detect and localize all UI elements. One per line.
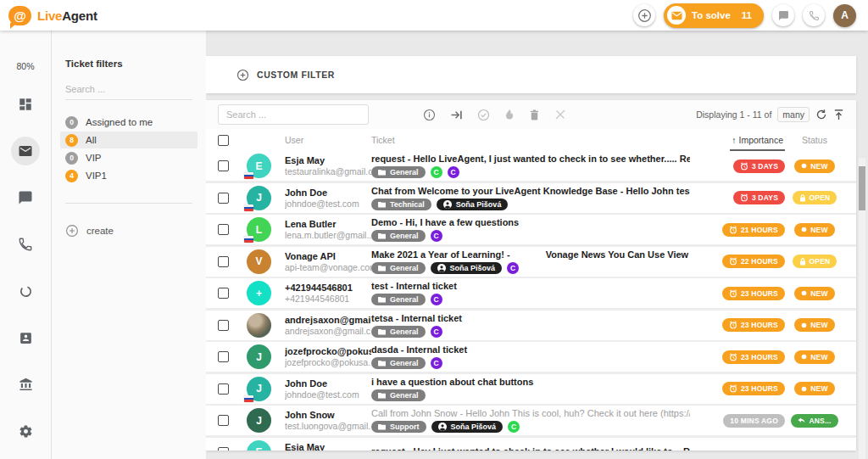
filter-item-assigned-to-me[interactable]: 0 Assigned to me: [60, 114, 198, 131]
alarm-clock-icon: [729, 289, 737, 298]
sidebar-item-settings[interactable]: [11, 417, 40, 445]
ticket-subject[interactable]: i have a question about chat buttons: [371, 377, 690, 387]
delete-icon[interactable]: [529, 109, 540, 121]
ticket-row[interactable]: E Esja May testauralinka@gmail.c... requ…: [206, 151, 856, 181]
new-dot-icon: [801, 354, 807, 360]
alarm-clock-icon: [729, 384, 737, 393]
user-email: api-team@vonage.com: [285, 262, 371, 272]
ticket-subject[interactable]: Demo - Hi, I have a few questions: [371, 217, 690, 227]
chats-button[interactable]: [772, 4, 794, 26]
ticket-row[interactable]: J jozefprocko@pokusa.... jozefprocko@pok…: [206, 342, 856, 372]
scrollbar-track[interactable]: [859, 158, 865, 459]
importance-badge: 3 DAYS: [733, 160, 785, 173]
filter-label: VIP: [86, 153, 102, 163]
folder-icon: [378, 296, 386, 303]
department-tag: General: [371, 262, 426, 274]
row-checkbox[interactable]: [218, 383, 229, 395]
c-tag: C: [431, 326, 442, 338]
filter-count-badge: 8: [65, 134, 78, 147]
info-icon[interactable]: [423, 109, 436, 121]
agent-tag: Soňa Pišová: [431, 262, 503, 274]
ticket-row[interactable]: E Esja May testauralinka@gmail.c... requ…: [206, 438, 856, 451]
ticket-row[interactable]: J John Doe johndoe@test.com Chat from We…: [206, 183, 856, 213]
ticket-subject[interactable]: dasda - Internal ticket: [371, 344, 690, 355]
alarm-clock-icon: [729, 353, 737, 361]
filter-list: 0 Assigned to me 8 All 0 VIP 4 VIP1: [65, 114, 192, 184]
ticket-rows: E Esja May testauralinka@gmail.c... requ…: [206, 151, 856, 451]
department-tag: General: [371, 389, 426, 401]
row-checkbox[interactable]: [218, 193, 229, 204]
sidebar-item-contacts[interactable]: [11, 323, 40, 352]
filters-search-input[interactable]: [65, 81, 192, 100]
alarm-clock-icon: [740, 193, 748, 202]
avatar: J: [247, 408, 271, 433]
calls-button[interactable]: [803, 4, 825, 26]
custom-filter-button[interactable]: CUSTOM FILTER: [206, 56, 856, 93]
ticket-subject[interactable]: Call from John Snow - Hello John This is…: [371, 408, 690, 418]
user-email: lena.m.butler@gmail....: [285, 230, 371, 240]
envelope-icon: [667, 6, 686, 25]
user-avatar[interactable]: A: [833, 4, 856, 27]
merge-icon[interactable]: [554, 109, 566, 120]
ticket-subject[interactable]: request - Hello LiveAgent, I just wanted…: [371, 154, 690, 164]
ticket-row[interactable]: L Lena Butler lena.m.butler@gmail.... De…: [206, 215, 856, 244]
ticket-row[interactable]: J John Snow test.luongova@gmail... Call …: [206, 406, 856, 435]
user-name: jozefprocko@pokusa....: [285, 346, 371, 356]
scrollbar-thumb[interactable]: [859, 166, 865, 210]
row-checkbox[interactable]: [218, 415, 229, 426]
user-email: johndoe@test.com: [285, 199, 371, 209]
sidebar-item-chats[interactable]: [11, 183, 40, 212]
tickets-icon: [18, 143, 33, 159]
filter-label: Assigned to me: [86, 117, 153, 127]
spam-icon[interactable]: [504, 109, 515, 121]
filter-item-vip[interactable]: 0 VIP: [60, 149, 198, 166]
select-all-checkbox[interactable]: [218, 135, 229, 146]
user-email: testauralinka@gmail.c...: [285, 166, 371, 176]
resolve-icon[interactable]: [477, 109, 490, 121]
ticket-subject[interactable]: Chat from Welcome to your LiveAgent Know…: [371, 186, 690, 196]
user-name: Esja May: [285, 442, 371, 451]
ticket-search-input[interactable]: [218, 104, 369, 125]
filter-item-all[interactable]: 8 All: [60, 132, 198, 148]
row-checkbox[interactable]: [218, 160, 229, 171]
row-checkbox[interactable]: [218, 256, 229, 267]
ticket-tags: SupportSoňa PišováC: [371, 421, 690, 433]
ticket-subject[interactable]: test - Internal ticket: [371, 281, 690, 291]
add-button[interactable]: [633, 4, 655, 26]
sidebar-item-dashboard[interactable]: [11, 90, 40, 119]
row-checkbox[interactable]: [218, 351, 229, 362]
ticket-subject[interactable]: Make 2021 a Year of Learning! -Vonage Ne…: [371, 249, 690, 260]
ticket-row[interactable]: + +421944546801 +421944546801 test - Int…: [206, 278, 856, 308]
scroll-top-icon[interactable]: [833, 109, 844, 120]
ticket-row[interactable]: J John Doe johndoe@test.com i have a que…: [206, 374, 856, 404]
sidebar-item-company[interactable]: [11, 370, 40, 399]
new-dot-icon: [801, 322, 807, 328]
row-checkbox[interactable]: [218, 447, 229, 451]
row-checkbox[interactable]: [218, 224, 229, 235]
row-checkbox[interactable]: [218, 320, 229, 331]
status-badge: NEW: [794, 160, 834, 173]
transfer-icon[interactable]: [450, 109, 463, 120]
folder-icon: [378, 392, 386, 399]
to-solve-button[interactable]: To solve 11: [664, 3, 764, 28]
sidebar-item-tickets[interactable]: [11, 137, 40, 165]
row-checkbox[interactable]: [218, 288, 229, 299]
displaying-count[interactable]: many: [777, 107, 810, 122]
table-header: User Ticket ↑ Importance Status: [206, 129, 856, 151]
column-importance-sort[interactable]: ↑ Importance: [730, 130, 785, 151]
sidebar-item-online-status[interactable]: [11, 277, 40, 305]
refresh-icon[interactable]: [815, 109, 827, 120]
ticket-subject[interactable]: tetsa - Internal ticket: [371, 313, 690, 323]
availability-percent: 80%: [16, 61, 34, 71]
ticket-subject[interactable]: request - Hey I just wanted to check in …: [371, 446, 690, 451]
user-name: Vonage API: [285, 251, 371, 261]
ticket-tags: GeneralC: [371, 294, 690, 305]
ticket-row[interactable]: andrejsaxon@gmail.c... andrejsaxon@gmail…: [206, 311, 856, 340]
importance-badge: 10 MINS AGO: [723, 414, 785, 428]
importance-badge: 23 HOURS: [722, 287, 785, 300]
filter-item-vip1[interactable]: 4 VIP1: [60, 167, 198, 184]
sidebar-item-calls[interactable]: [11, 230, 40, 259]
ticket-row[interactable]: V Vonage API api-team@vonage.com Make 20…: [206, 247, 856, 277]
create-filter-button[interactable]: create: [65, 224, 192, 238]
ticket-tags: GeneralCC: [371, 166, 690, 178]
